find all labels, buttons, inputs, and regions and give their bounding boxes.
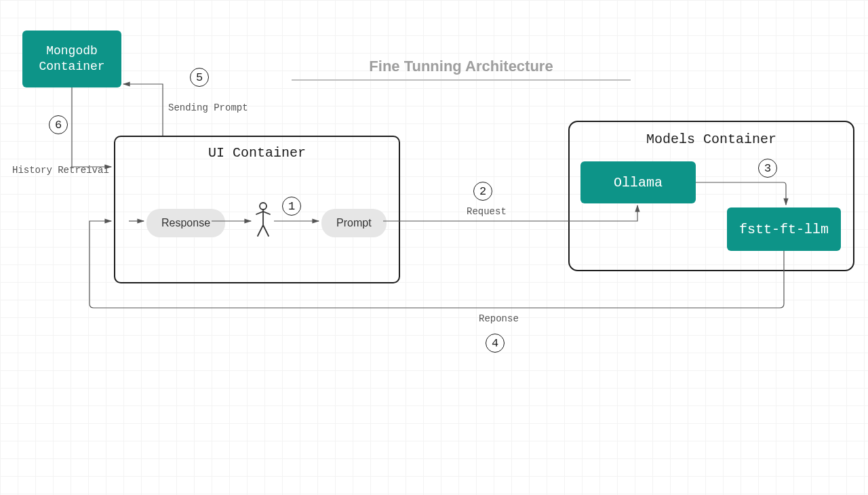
step-badge-5: 5 (190, 68, 209, 87)
person-icon (254, 202, 273, 237)
sending-prompt-label: Sending Prompt (168, 102, 248, 113)
step-badge-1: 1 (282, 197, 301, 216)
response-label: Response (161, 217, 210, 229)
history-retrieval-label: History Retreival (12, 165, 109, 176)
models-container-label: Models Container (570, 132, 853, 147)
svg-point-0 (260, 203, 267, 210)
step-badge-4: 4 (486, 334, 505, 353)
ollama-label: Ollama (614, 175, 663, 191)
step-badge-2: 2 (473, 182, 492, 201)
mongodb-label: Mongodb Container (39, 43, 104, 75)
ollama-node: Ollama (580, 161, 696, 203)
response-pill: Response (146, 209, 225, 237)
step-badge-6: 6 (49, 115, 68, 134)
ui-container-label: UI Container (115, 145, 399, 161)
fstt-node: fstt-ft-llm (727, 207, 841, 251)
fstt-label: fstt-ft-llm (739, 222, 829, 237)
request-label: Request (467, 206, 507, 217)
response-label-edge: Reponse (479, 313, 519, 324)
prompt-label: Prompt (336, 217, 372, 229)
mongodb-container-node: Mongodb Container (22, 31, 121, 87)
step-badge-3: 3 (758, 159, 777, 178)
prompt-pill: Prompt (321, 209, 387, 237)
diagram-title: Fine Tunning Architecture (292, 58, 631, 81)
